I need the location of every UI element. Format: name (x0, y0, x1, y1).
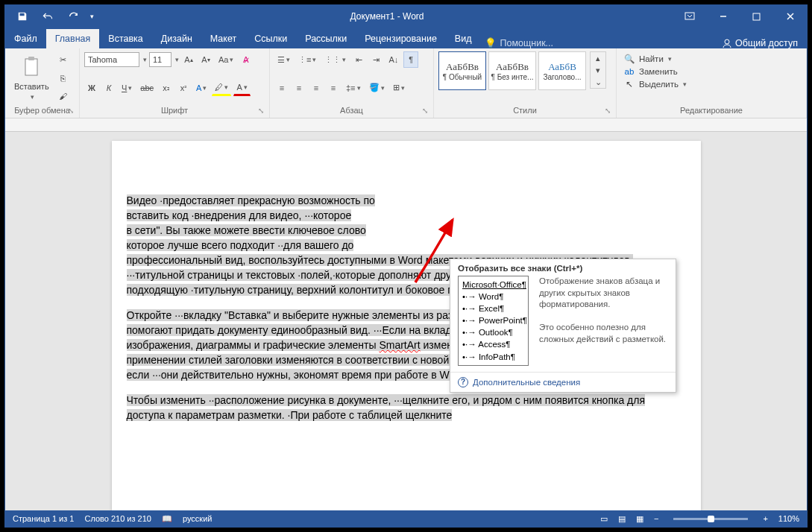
group-styles-label: Стили (438, 104, 611, 116)
ruler[interactable] (5, 118, 807, 132)
tab-review[interactable]: Рецензирование (356, 29, 446, 48)
ribbon-tabs: Файл Главная Вставка Дизайн Макет Ссылки… (5, 28, 807, 48)
zoom-out-button[interactable]: − (654, 514, 658, 523)
multilevel-list-button[interactable]: ⋮⋮▾ (321, 51, 349, 68)
view-web-layout-icon[interactable]: ▦ (636, 514, 643, 524)
style-heading1[interactable]: АаБбВЗаголово... (538, 51, 586, 90)
status-proofing-icon[interactable]: 📖 (162, 514, 172, 524)
find-button[interactable]: 🔍Найти▾ (621, 53, 802, 65)
style-normal[interactable]: АаБбВв¶ Обычный (438, 51, 486, 90)
sort-button[interactable]: A↓ (385, 51, 401, 68)
subscript-button[interactable]: x₂ (159, 80, 174, 96)
tooltip-item: •·→ PowerPoint¶ (462, 314, 524, 326)
status-language[interactable]: русский (183, 514, 212, 523)
superscript-button[interactable]: x² (176, 80, 191, 96)
tooltip-item: •·→ Access¶ (462, 338, 524, 350)
tooltip-description: Отображение знаков абзаца и других скрыт… (539, 276, 668, 366)
redo-icon[interactable] (63, 8, 83, 25)
zoom-in-button[interactable]: + (763, 514, 767, 523)
change-case-button[interactable]: Aa▾ (215, 51, 236, 68)
styles-scroll-down-icon[interactable]: ▾ (591, 64, 605, 76)
copy-button[interactable]: ⎘ (56, 70, 71, 86)
font-size-dropdown-icon[interactable]: ▾ (174, 56, 179, 63)
font-name-dropdown-icon[interactable]: ▾ (142, 56, 147, 63)
numbering-button[interactable]: ⋮≡▾ (295, 51, 319, 68)
group-font-label: Шрифт (84, 104, 265, 116)
style-no-spacing[interactable]: АаБбВв¶ Без инте... (488, 51, 536, 90)
replace-button[interactable]: abЗаменить (621, 66, 802, 77)
font-name-input[interactable]: Tahoma (84, 52, 139, 67)
ribbon-options-icon[interactable] (673, 5, 706, 28)
tooltip-item: •·→ Word¶ (462, 291, 524, 303)
align-left-button[interactable]: ≡ (274, 80, 289, 96)
tell-me[interactable]: 💡 Помощник... (480, 37, 646, 48)
select-button[interactable]: ↖Выделить▾ (621, 78, 802, 90)
tab-references[interactable]: Ссылки (245, 29, 296, 48)
word-window: ▾ Документ1 - Word Файл Главная Вставка … (4, 4, 808, 528)
group-styles: АаБбВв¶ Обычный АаБбВв¶ Без инте... АаБб… (434, 48, 617, 118)
close-button[interactable] (773, 5, 807, 28)
tooltip-more-info[interactable]: ? Дополнительные сведения (450, 372, 676, 392)
font-size-input[interactable]: 11 (149, 52, 171, 67)
bullets-button[interactable]: ☰▾ (274, 51, 293, 68)
document-area: Видео ·предоставляет прекрасную возможно… (5, 118, 807, 510)
paste-button[interactable]: Вставить▾ (10, 53, 54, 104)
shading-button[interactable]: 🪣▾ (366, 80, 388, 96)
tooltip-list-title: Microsoft·Office¶ (462, 279, 524, 291)
view-read-mode-icon[interactable]: ▭ (600, 514, 608, 524)
grow-font-button[interactable]: A▴ (181, 51, 196, 68)
clipboard-launcher-icon[interactable]: ⤡ (68, 107, 77, 115)
tab-home[interactable]: Главная (46, 29, 100, 48)
styles-expand-icon[interactable]: ⌄ (591, 76, 605, 88)
tab-layout[interactable]: Макет (201, 29, 245, 48)
paragraph-launcher-icon[interactable]: ⤡ (422, 107, 431, 115)
quick-access-toolbar: ▾ (5, 8, 101, 25)
save-icon[interactable] (13, 8, 32, 25)
borders-button[interactable]: ⊞▾ (390, 80, 408, 96)
align-right-button[interactable]: ≡ (309, 80, 324, 96)
show-hide-marks-button[interactable]: ¶ (403, 51, 418, 68)
paragraph-3[interactable]: Чтобы изменить ··расположение рисунка в … (127, 393, 686, 422)
highlight-button[interactable]: 🖊▾ (212, 80, 231, 96)
share-button[interactable]: Общий доступ (713, 38, 807, 48)
qat-dropdown-icon[interactable]: ▾ (89, 13, 94, 20)
share-label: Общий доступ (735, 38, 798, 48)
decrease-indent-button[interactable]: ⇤ (351, 51, 366, 68)
status-page[interactable]: Страница 1 из 1 (13, 514, 74, 523)
zoom-thumb[interactable] (708, 516, 714, 522)
help-icon: ? (458, 377, 468, 387)
line-spacing-button[interactable]: ‡≡▾ (343, 80, 364, 96)
tab-insert[interactable]: Вставка (99, 29, 151, 48)
underline-button[interactable]: Ч▾ (119, 80, 135, 96)
undo-icon[interactable] (38, 8, 57, 25)
text-effects-button[interactable]: A▾ (193, 80, 210, 96)
shrink-font-button[interactable]: A▾ (198, 51, 213, 68)
justify-button[interactable]: ≡ (326, 80, 341, 96)
svg-point-3 (725, 39, 729, 44)
font-color-button[interactable]: A▾ (233, 80, 250, 96)
group-paragraph-label: Абзац (274, 104, 429, 116)
bold-button[interactable]: Ж (84, 80, 99, 96)
format-painter-button[interactable]: 🖌 (56, 88, 71, 104)
view-print-layout-icon[interactable]: ▤ (618, 514, 626, 524)
ribbon: Вставить▾ ✂ ⎘ 🖌 Буфер обмена ⤡ Tahoma▾ 1… (5, 48, 807, 118)
group-editing: 🔍Найти▾ abЗаменить ↖Выделить▾ Редактиров… (617, 48, 807, 118)
font-launcher-icon[interactable]: ⤡ (258, 107, 267, 115)
tab-mailings[interactable]: Рассылки (296, 29, 356, 48)
italic-button[interactable]: К (101, 80, 116, 96)
maximize-button[interactable] (740, 5, 773, 28)
cut-button[interactable]: ✂ (56, 52, 71, 69)
tab-view[interactable]: Вид (446, 29, 481, 48)
styles-scroll-up-icon[interactable]: ▴ (591, 52, 605, 64)
zoom-slider[interactable] (673, 518, 748, 520)
strikethrough-button[interactable]: abc (137, 80, 157, 96)
tab-file[interactable]: Файл (5, 29, 46, 48)
tab-design[interactable]: Дизайн (152, 29, 201, 48)
clear-formatting-button[interactable]: A̷ (239, 51, 254, 68)
status-words[interactable]: Слово 210 из 210 (84, 514, 151, 523)
increase-indent-button[interactable]: ⇥ (368, 51, 383, 68)
styles-launcher-icon[interactable]: ⤡ (605, 107, 614, 115)
align-center-button[interactable]: ≡ (292, 80, 306, 96)
zoom-level[interactable]: 110% (778, 514, 799, 523)
minimize-button[interactable] (706, 5, 740, 28)
